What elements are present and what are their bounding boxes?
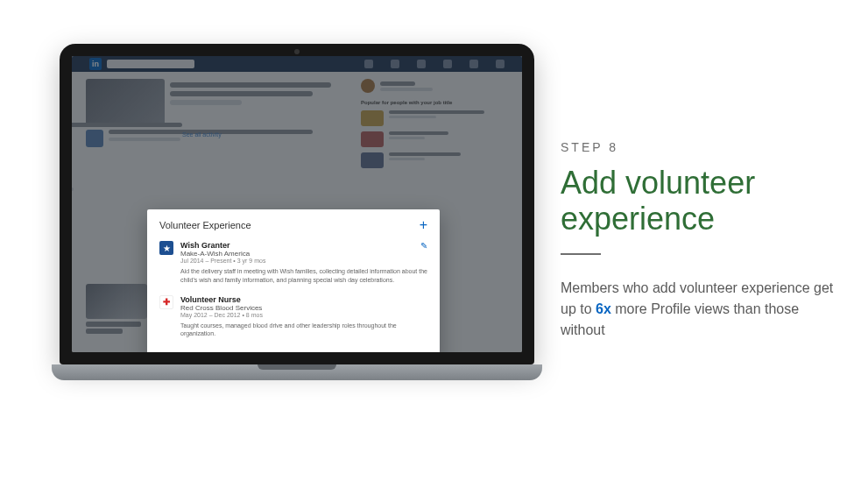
volunteer-card-title: Volunteer Experience	[159, 220, 251, 230]
volunteer-entry: ★ Wish Granter Make-A-Wish America Jul 2…	[159, 241, 427, 285]
emphasis-6x: 6x	[596, 301, 611, 316]
org-logo-icon: ✚	[159, 295, 173, 309]
volunteer-experience-card: Volunteer Experience + ★ Wish Granter Ma…	[147, 209, 440, 352]
edit-pencil-icon[interactable]: ✎	[420, 241, 427, 251]
add-volunteer-button[interactable]: +	[420, 218, 427, 232]
divider	[561, 253, 601, 255]
volunteer-description: Taught courses, managed blood drive and …	[180, 322, 427, 339]
org-logo-icon: ★	[159, 241, 173, 255]
volunteer-role: Wish Granter	[180, 241, 427, 250]
body-text: Members who add volunteer experience get…	[561, 278, 841, 341]
volunteer-dates: Jul 2014 – Present • 3 yr 9 mos	[180, 258, 427, 264]
headline: Add volunteer experience	[561, 165, 841, 237]
volunteer-dates: May 2012 – Dec 2012 • 8 mos	[180, 312, 427, 318]
camera-dot	[294, 49, 300, 54]
volunteer-role: Volunteer Nurse	[180, 295, 427, 304]
laptop-base	[52, 364, 542, 380]
step-label: STEP 8	[561, 140, 841, 154]
laptop-mockup: in	[60, 44, 534, 380]
volunteer-description: Aid the delivery staff in meeting with W…	[180, 267, 427, 285]
volunteer-org: Make-A-Wish America	[180, 250, 427, 258]
volunteer-entry: ✚ Volunteer Nurse Red Cross Blood Servic…	[159, 295, 427, 339]
volunteer-org: Red Cross Blood Services	[180, 304, 427, 312]
screen: in	[72, 56, 522, 352]
